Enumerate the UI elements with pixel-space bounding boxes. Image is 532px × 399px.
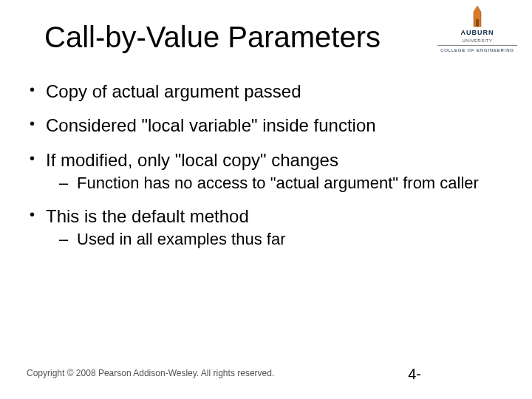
bullet-level1: If modified, only "local copy" changes [27, 150, 502, 171]
slide: Call-by-Value Parameters AUBURN UNIVERSI… [0, 0, 532, 399]
logo-college-name: COLLEGE OF ENGINEERING [433, 48, 522, 53]
logo-university-name: AUBURN [433, 30, 522, 37]
bullet-level1: Copy of actual argument passed [27, 81, 502, 102]
bullet-group: This is the default method Used in all e… [27, 206, 502, 249]
bullet-level2: Function has no access to "actual argume… [27, 174, 502, 193]
slide-title: Call-by-Value Parameters [0, 21, 425, 54]
logo-divider [437, 45, 517, 46]
slide-body: Copy of actual argument passed Considere… [27, 81, 502, 262]
bullet-level1: This is the default method [27, 206, 502, 227]
page-number: 4- [408, 366, 421, 383]
copyright-text: Copyright © 2008 Pearson Addison-Wesley.… [27, 368, 274, 378]
university-logo: AUBURN UNIVERSITY COLLEGE OF ENGINEERING [433, 6, 522, 53]
bullet-group: If modified, only "local copy" changes F… [27, 150, 502, 193]
tower-icon [472, 6, 482, 28]
bullet-level2: Used in all examples thus far [27, 230, 502, 249]
logo-university-sub: UNIVERSITY [433, 38, 522, 44]
svg-rect-1 [476, 19, 479, 27]
bullet-level1: Considered "local variable" inside funct… [27, 115, 502, 136]
